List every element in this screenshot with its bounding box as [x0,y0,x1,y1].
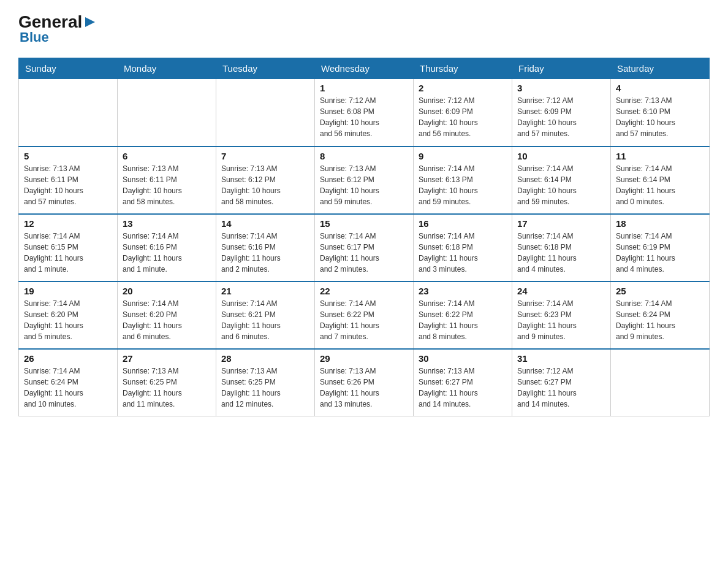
day-info: Sunrise: 7:12 AM Sunset: 6:09 PM Dayligh… [419,95,507,139]
day-number: 18 [616,218,704,229]
day-number: 16 [419,218,507,229]
day-info: Sunrise: 7:14 AM Sunset: 6:21 PM Dayligh… [221,298,309,342]
day-info: Sunrise: 7:14 AM Sunset: 6:19 PM Dayligh… [616,231,704,275]
day-number: 25 [616,286,704,296]
weekday-header-tuesday: Tuesday [216,58,315,79]
day-number: 3 [517,83,605,93]
calendar-cell-w4d4: 30Sunrise: 7:13 AM Sunset: 6:27 PM Dayli… [414,349,512,416]
calendar-cell-w3d1: 20Sunrise: 7:14 AM Sunset: 6:20 PM Dayli… [118,282,216,349]
calendar-cell-w4d2: 28Sunrise: 7:13 AM Sunset: 6:25 PM Dayli… [216,349,315,416]
week-row-2: 12Sunrise: 7:14 AM Sunset: 6:15 PM Dayli… [19,214,710,282]
day-number: 22 [320,286,408,296]
day-info: Sunrise: 7:14 AM Sunset: 6:20 PM Dayligh… [123,298,211,342]
calendar-cell-w0d6: 4Sunrise: 7:13 AM Sunset: 6:10 PM Daylig… [611,79,710,147]
calendar-table: SundayMondayTuesdayWednesdayThursdayFrid… [18,58,710,416]
day-number: 11 [616,151,704,161]
calendar-cell-w2d3: 15Sunrise: 7:14 AM Sunset: 6:17 PM Dayli… [315,214,414,282]
day-number: 15 [320,218,408,229]
day-info: Sunrise: 7:14 AM Sunset: 6:13 PM Dayligh… [419,163,507,207]
day-number: 28 [221,353,309,364]
day-number: 8 [320,151,408,161]
calendar-cell-w2d6: 18Sunrise: 7:14 AM Sunset: 6:19 PM Dayli… [611,214,710,282]
day-info: Sunrise: 7:13 AM Sunset: 6:25 PM Dayligh… [221,366,309,410]
day-info: Sunrise: 7:13 AM Sunset: 6:11 PM Dayligh… [123,163,211,207]
day-info: Sunrise: 7:13 AM Sunset: 6:26 PM Dayligh… [320,366,408,410]
weekday-header-sunday: Sunday [19,58,118,79]
day-info: Sunrise: 7:14 AM Sunset: 6:15 PM Dayligh… [24,231,112,275]
calendar-cell-w3d3: 22Sunrise: 7:14 AM Sunset: 6:22 PM Dayli… [315,282,414,349]
day-info: Sunrise: 7:14 AM Sunset: 6:22 PM Dayligh… [320,298,408,342]
day-info: Sunrise: 7:14 AM Sunset: 6:16 PM Dayligh… [221,231,309,275]
calendar-cell-w1d2: 7Sunrise: 7:13 AM Sunset: 6:12 PM Daylig… [216,147,315,214]
calendar-cell-w1d3: 8Sunrise: 7:13 AM Sunset: 6:12 PM Daylig… [315,147,414,214]
week-row-0: 1Sunrise: 7:12 AM Sunset: 6:08 PM Daylig… [19,79,710,147]
day-info: Sunrise: 7:14 AM Sunset: 6:14 PM Dayligh… [616,163,704,207]
day-number: 6 [123,151,211,161]
day-number: 2 [419,83,507,93]
calendar-cell-w1d0: 5Sunrise: 7:13 AM Sunset: 6:11 PM Daylig… [19,147,118,214]
day-number: 30 [419,353,507,364]
calendar-cell-w4d0: 26Sunrise: 7:14 AM Sunset: 6:24 PM Dayli… [19,349,118,416]
calendar-cell-w2d1: 13Sunrise: 7:14 AM Sunset: 6:16 PM Dayli… [118,214,216,282]
calendar-cell-w0d2 [216,79,315,147]
day-info: Sunrise: 7:12 AM Sunset: 6:27 PM Dayligh… [517,366,605,410]
day-info: Sunrise: 7:14 AM Sunset: 6:16 PM Dayligh… [123,231,211,275]
svg-marker-0 [85,17,95,27]
day-number: 14 [221,218,309,229]
weekday-header-wednesday: Wednesday [315,58,414,79]
day-number: 9 [419,151,507,161]
day-info: Sunrise: 7:13 AM Sunset: 6:25 PM Dayligh… [123,366,211,410]
calendar-cell-w2d5: 17Sunrise: 7:14 AM Sunset: 6:18 PM Dayli… [512,214,611,282]
calendar-cell-w1d4: 9Sunrise: 7:14 AM Sunset: 6:13 PM Daylig… [414,147,512,214]
day-info: Sunrise: 7:14 AM Sunset: 6:24 PM Dayligh… [616,298,704,342]
calendar-cell-w2d4: 16Sunrise: 7:14 AM Sunset: 6:18 PM Dayli… [414,214,512,282]
day-number: 20 [123,286,211,296]
calendar-cell-w3d5: 24Sunrise: 7:14 AM Sunset: 6:23 PM Dayli… [512,282,611,349]
weekday-header-monday: Monday [118,58,216,79]
day-info: Sunrise: 7:14 AM Sunset: 6:14 PM Dayligh… [517,163,605,207]
day-number: 19 [24,286,112,296]
calendar-cell-w2d2: 14Sunrise: 7:14 AM Sunset: 6:16 PM Dayli… [216,214,315,282]
calendar-cell-w4d1: 27Sunrise: 7:13 AM Sunset: 6:25 PM Dayli… [118,349,216,416]
calendar-cell-w0d0 [19,79,118,147]
calendar-cell-w0d1 [118,79,216,147]
calendar-cell-w1d1: 6Sunrise: 7:13 AM Sunset: 6:11 PM Daylig… [118,147,216,214]
day-number: 29 [320,353,408,364]
day-info: Sunrise: 7:14 AM Sunset: 6:20 PM Dayligh… [24,298,112,342]
week-row-4: 26Sunrise: 7:14 AM Sunset: 6:24 PM Dayli… [19,349,710,416]
week-row-1: 5Sunrise: 7:13 AM Sunset: 6:11 PM Daylig… [19,147,710,214]
calendar-cell-w3d4: 23Sunrise: 7:14 AM Sunset: 6:22 PM Dayli… [414,282,512,349]
day-info: Sunrise: 7:13 AM Sunset: 6:11 PM Dayligh… [24,163,112,207]
day-number: 27 [123,353,211,364]
calendar-cell-w1d6: 11Sunrise: 7:14 AM Sunset: 6:14 PM Dayli… [611,147,710,214]
calendar-cell-w4d6 [611,349,710,416]
calendar-cell-w3d2: 21Sunrise: 7:14 AM Sunset: 6:21 PM Dayli… [216,282,315,349]
day-info: Sunrise: 7:14 AM Sunset: 6:24 PM Dayligh… [24,366,112,410]
day-number: 12 [24,218,112,229]
day-info: Sunrise: 7:14 AM Sunset: 6:18 PM Dayligh… [517,231,605,275]
day-number: 23 [419,286,507,296]
weekday-header-thursday: Thursday [414,58,512,79]
day-number: 4 [616,83,704,93]
calendar-cell-w4d3: 29Sunrise: 7:13 AM Sunset: 6:26 PM Dayli… [315,349,414,416]
calendar-cell-w3d6: 25Sunrise: 7:14 AM Sunset: 6:24 PM Dayli… [611,282,710,349]
day-number: 13 [123,218,211,229]
weekday-header-friday: Friday [512,58,611,79]
day-number: 10 [517,151,605,161]
day-number: 7 [221,151,309,161]
day-number: 5 [24,151,112,161]
day-info: Sunrise: 7:12 AM Sunset: 6:09 PM Dayligh… [517,95,605,139]
day-info: Sunrise: 7:14 AM Sunset: 6:18 PM Dayligh… [419,231,507,275]
logo-blue-text: Blue [20,29,49,45]
day-number: 26 [24,353,112,364]
day-number: 31 [517,353,605,364]
day-info: Sunrise: 7:14 AM Sunset: 6:17 PM Dayligh… [320,231,408,275]
logo-arrow-icon [83,15,97,29]
calendar-cell-w0d3: 1Sunrise: 7:12 AM Sunset: 6:08 PM Daylig… [315,79,414,147]
calendar-cell-w0d4: 2Sunrise: 7:12 AM Sunset: 6:09 PM Daylig… [414,79,512,147]
header: General Blue [18,12,710,45]
day-number: 24 [517,286,605,296]
calendar-cell-w2d0: 12Sunrise: 7:14 AM Sunset: 6:15 PM Dayli… [19,214,118,282]
logo: General Blue [18,12,97,45]
day-info: Sunrise: 7:14 AM Sunset: 6:22 PM Dayligh… [419,298,507,342]
